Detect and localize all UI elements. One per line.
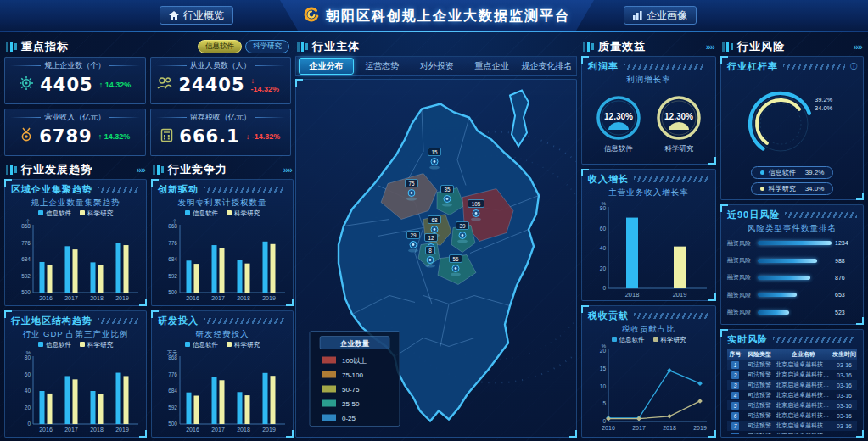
risk-type: 司法预警	[743, 371, 776, 379]
industry-tag-1[interactable]: 科学研究	[245, 40, 289, 53]
table-row[interactable]: 6司法预警北京启迪卓越科技有限公司03-16	[727, 410, 857, 421]
home-icon	[169, 11, 179, 20]
legend-swatch	[227, 210, 232, 215]
table-row[interactable]: 2司法预警北京启迪卓越科技有限公司03-16	[727, 370, 857, 380]
more-icon[interactable]: »»	[854, 42, 862, 52]
row-index: 2	[727, 371, 743, 379]
indicator-label: 留存税收（亿元）	[156, 112, 286, 123]
info-icon[interactable]: ⓘ	[850, 62, 857, 71]
section-subtitle: 利润率	[588, 60, 619, 73]
realtime-risk-table: 序号风险类型企业名称发生时间1司法预警北京启迪卓越科技有限公司03-162司法预…	[727, 349, 857, 434]
hatch-decoration	[785, 212, 857, 218]
rd-expense-bar-chart: 500592684776868万元2016201720182019	[158, 349, 287, 434]
table-row[interactable]: 7司法预警北京启迪卓越科技有限公司03-16	[727, 421, 857, 431]
industry-body-title: 行业主体	[312, 39, 360, 54]
svg-text:50-75: 50-75	[342, 386, 360, 394]
occur-time: 03-16	[832, 393, 857, 399]
indicator-delta: ↓ -14.32%	[251, 76, 285, 93]
legend-swatch	[80, 210, 85, 215]
indicator-card-1: 从业人员数（人）24405↓ -14.32%	[150, 57, 292, 104]
risk-panel: 行业风险 »» 行业杠杆率 ⓘ 39.2%34.0% 信息软件39.2%科学研究…	[720, 37, 864, 438]
risk-bar-fill	[758, 310, 789, 315]
recent-risk-box: 近90日风险 风险类型事件数量排名 融资风险1234融资风险988融资风险876…	[720, 204, 864, 325]
industry-tag-0[interactable]: 信息软件	[198, 40, 242, 53]
hatch-decoration	[783, 64, 845, 70]
svg-text:39.2%: 39.2%	[815, 96, 833, 103]
occur-time: 03-16	[832, 382, 857, 388]
industry-tag-filter: 信息软件科学研究	[198, 40, 289, 53]
legend-swatch	[653, 337, 658, 342]
svg-text:2019: 2019	[262, 427, 276, 433]
indicator-value: 666.1	[179, 126, 239, 147]
panel-marker-icon	[153, 165, 164, 175]
divider	[233, 170, 279, 170]
risk-bar-value: 653	[835, 292, 857, 298]
title-band: 朝阳区科创规上企业大数据监测平台	[280, 0, 594, 32]
legend-item: 信息软件	[612, 336, 645, 344]
table-row[interactable]: 1司法预警北京启迪卓越科技有限公司03-16	[727, 360, 857, 370]
legend-swatch	[760, 187, 764, 191]
realtime-risk-box: 实时风险 序号风险类型企业名称发生时间1司法预警北京启迪卓越科技有限公司03-1…	[720, 329, 864, 438]
svg-text:592: 592	[168, 273, 177, 279]
company-name: 北京启迪卓越科技有限公司	[776, 401, 832, 410]
svg-text:0-25: 0-25	[342, 415, 356, 422]
tab-企业分布[interactable]: 企业分布	[299, 58, 354, 75]
indicator-card-3: 留存税收（亿元）666.1↓ -14.32%	[150, 109, 292, 156]
risk-bar-2: 融资风险876	[727, 270, 857, 286]
hatch-decoration	[204, 187, 285, 193]
table-row[interactable]: 4司法预警北京启迪卓越科技有限公司03-16	[727, 390, 857, 400]
svg-text:2019: 2019	[115, 427, 129, 433]
tab-对外投资[interactable]: 对外投资	[411, 59, 464, 74]
risk-type: 司法预警	[743, 381, 776, 389]
more-icon[interactable]: »»	[283, 165, 292, 175]
svg-text:个: 个	[171, 219, 177, 224]
section-subtitle: 行业地区结构趋势	[11, 315, 92, 327]
occur-time: 03-16	[832, 413, 857, 419]
risk-type: 司法预警	[743, 432, 776, 434]
svg-text:29: 29	[410, 232, 417, 238]
gauge-label: 科学研究	[664, 144, 693, 154]
agglomeration-bar-chart: 500592684776868个2016201720182019	[11, 218, 140, 303]
panel-marker-icon	[297, 42, 308, 52]
table-row[interactable]: 5司法预警北京启迪卓越科技有限公司03-16	[727, 400, 857, 410]
section-subtitle: 创新驱动	[158, 183, 199, 196]
indicator-value: 4405	[40, 75, 92, 95]
key-indicators-header: 重点指标 信息软件科学研究	[4, 37, 291, 56]
key-indicators-title: 重点指标	[21, 39, 69, 54]
table-row[interactable]: 3司法预警北京启迪卓越科技有限公司03-16	[727, 380, 857, 390]
svg-text:2019: 2019	[693, 425, 707, 431]
risk-bar-label: 融资风险	[727, 239, 754, 248]
industry-trend-title: 行业发展趋势	[21, 162, 92, 177]
tab-规企变化排名[interactable]: 规企变化排名	[520, 59, 574, 74]
svg-text:15: 15	[431, 149, 438, 155]
svg-text:592: 592	[21, 273, 31, 279]
row-index: 4	[727, 392, 743, 399]
indicator-delta: ↓ -14.32%	[246, 132, 281, 141]
chart-title: 风险类型事件数量排名	[727, 223, 857, 234]
top-header: 行业概览 朝阳区科创规上企业大数据监测平台 企业画像	[0, 0, 868, 32]
table-row[interactable]: 8司法预警北京启迪卓越科技有限公司03-16	[727, 431, 857, 434]
tab-运营态势[interactable]: 运营态势	[356, 59, 409, 74]
dashboard: 行业概览 朝阳区科创规上企业大数据监测平台 企业画像 重点指标	[0, 0, 868, 441]
risk-bar-label: 融资风险	[727, 291, 754, 299]
nav-enterprise-portrait[interactable]: 企业画像	[624, 6, 697, 25]
tab-重点企业[interactable]: 重点企业	[465, 59, 518, 74]
svg-text:60: 60	[600, 226, 607, 232]
risk-type: 司法预警	[743, 421, 776, 430]
table-header-cell: 企业名称	[776, 350, 832, 359]
chart-title: 税收贡献占比	[588, 324, 709, 335]
indicator-label: 规上企业数（个）	[10, 60, 140, 71]
district-map[interactable]: 15753510568392912856企业数量100以上75-10050-75…	[295, 79, 577, 438]
map-legend: 企业数量100以上75-10050-7525-500-25	[310, 332, 400, 427]
quality-panel: 质量效益 »» 利润率 利润增长率 12.30%信息软件12.30%科学研究 收…	[581, 37, 716, 438]
section-subtitle: 收入增长	[588, 173, 629, 186]
svg-text:0: 0	[602, 285, 606, 291]
nav-industry-overview[interactable]: 行业概览	[160, 6, 233, 25]
legend-item: 科学研究	[227, 341, 260, 349]
hatch-decoration	[624, 64, 705, 70]
svg-text:75: 75	[408, 181, 415, 187]
more-icon[interactable]: »»	[137, 165, 145, 175]
page-title: 朝阳区科创规上企业大数据监测平台	[326, 8, 570, 25]
svg-text:39: 39	[459, 223, 466, 229]
more-icon[interactable]: »»	[706, 42, 714, 52]
